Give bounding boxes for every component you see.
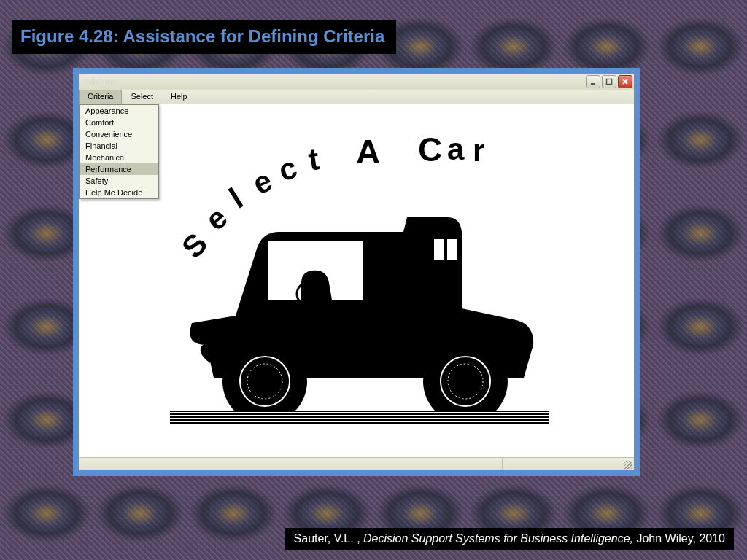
- title-bar: Odabran: [79, 74, 634, 90]
- dropdown-item-mechanical[interactable]: Mechanical: [80, 152, 158, 163]
- dropdown-item-comfort[interactable]: Comfort: [80, 117, 158, 128]
- close-button[interactable]: [618, 75, 632, 88]
- menu-item-criteria[interactable]: Criteria: [79, 90, 122, 104]
- figure-caption: Figure 4.28: Assistance for Defining Cri…: [12, 20, 396, 54]
- headline-char: C: [418, 130, 442, 169]
- svg-point-13: [441, 357, 490, 406]
- citation-publisher: John Wiley, 2010: [636, 532, 725, 545]
- window-title: Odabran: [83, 77, 586, 86]
- car-illustration: [170, 199, 549, 425]
- dropdown-item-financial[interactable]: Financial: [80, 140, 158, 152]
- headline-char: c: [275, 150, 301, 189]
- svg-rect-1: [607, 79, 612, 85]
- menu-item-help[interactable]: Help: [162, 90, 196, 104]
- headline-char: A: [356, 132, 380, 171]
- minimize-button[interactable]: [586, 75, 600, 88]
- status-bar: [79, 457, 634, 470]
- svg-rect-8: [447, 239, 457, 260]
- maximize-button[interactable]: [602, 75, 616, 88]
- criteria-dropdown: AppearanceComfortConvenienceFinancialMec…: [79, 104, 159, 199]
- application-window: Odabran CriteriaSelectHelp AppearanceCom…: [73, 68, 640, 476]
- dropdown-item-safety[interactable]: Safety: [80, 175, 158, 187]
- dropdown-item-performance[interactable]: Performance: [80, 163, 158, 175]
- citation: Sauter, V.L. , Decision Support Systems …: [285, 528, 734, 550]
- headline-char: t: [306, 141, 322, 177]
- dropdown-item-appearance[interactable]: Appearance: [80, 105, 158, 117]
- menu-bar: CriteriaSelectHelp: [79, 90, 634, 104]
- svg-rect-7: [434, 239, 444, 260]
- headline-char: a: [447, 132, 464, 167]
- svg-point-10: [240, 357, 290, 406]
- dropdown-item-help-me-decide[interactable]: Help Me Decide: [80, 187, 158, 198]
- citation-author: Sauter, V.L. ,: [294, 532, 363, 545]
- window-controls: [586, 75, 632, 88]
- menu-item-select[interactable]: Select: [122, 90, 162, 104]
- headline-char: r: [473, 133, 484, 168]
- dropdown-item-convenience[interactable]: Convenience: [80, 128, 158, 140]
- headline-char: e: [247, 163, 277, 201]
- content-area: SelectACar: [79, 104, 634, 457]
- citation-title: Decision Support Systems for Business In…: [363, 532, 636, 545]
- status-divider: [502, 458, 503, 470]
- ground-line: [170, 411, 549, 425]
